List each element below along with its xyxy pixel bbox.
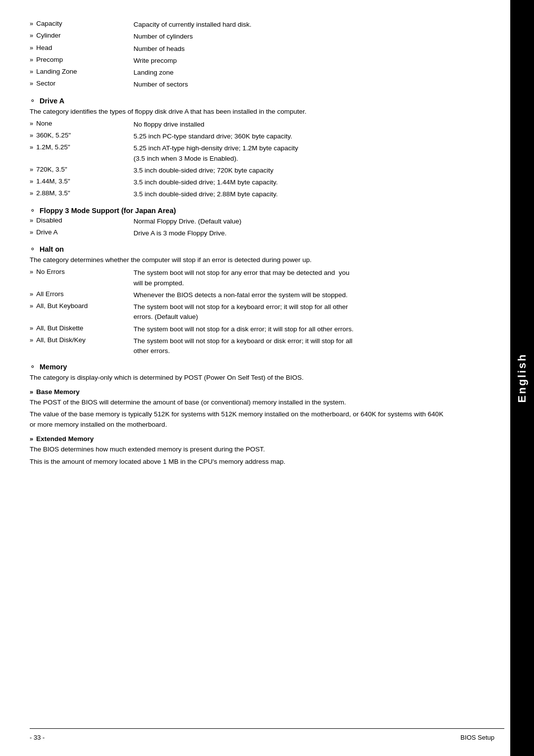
drive-a-desc: The category identifies the types of flo… — [30, 107, 450, 117]
item-value-none: No floppy drive installed — [134, 120, 490, 130]
arrow-icon: » — [30, 56, 33, 63]
list-item: » 720K, 3.5" 3.5 inch double-sided drive… — [30, 166, 490, 176]
item-key-head: » Head — [30, 44, 134, 51]
section-arrow-icon: ⚬ — [30, 363, 36, 371]
item-key-capacity: » Capacity — [30, 20, 134, 27]
item-value-all-but-diskkey: The system boot will not stop for a keyb… — [134, 336, 490, 356]
arrow-icon: » — [30, 80, 33, 87]
arrow-icon: » — [30, 435, 33, 443]
base-memory-title-row: » Base Memory — [30, 388, 490, 396]
base-memory-desc1: The POST of the BIOS will determine the … — [30, 398, 450, 408]
item-key-cylinder: » Cylinder — [30, 32, 134, 39]
list-item: » Sector Number of sectors — [30, 80, 490, 89]
item-value-all-but-diskette: The system boot will not stop for a disk… — [134, 324, 490, 334]
item-value-drive-a-opt: Drive A is 3 mode Floppy Drive. — [134, 228, 490, 238]
section-arrow-icon: ⚬ — [30, 97, 36, 105]
item-key-precomp: » Precomp — [30, 56, 134, 63]
item-value-12m: 5.25 inch AT-type high-density drive; 1.… — [134, 143, 490, 164]
footer-page-number: - 33 - — [30, 734, 44, 741]
arrow-icon: » — [30, 324, 33, 332]
item-value-landing-zone: Landing zone — [134, 68, 490, 78]
item-value-cylinder: Number of cylinders — [134, 32, 490, 42]
list-item: » None No floppy drive installed — [30, 120, 490, 130]
item-key-all-but-diskkey: » All, But Disk/Key — [30, 336, 134, 344]
list-item: » Disabled Normal Floppy Drive. (Default… — [30, 217, 490, 226]
item-key-144m: » 1.44M, 3.5" — [30, 178, 134, 185]
item-key-all-errors: » All Errors — [30, 290, 134, 298]
memory-section: ⚬ Memory The category is display-only wh… — [30, 363, 490, 467]
item-key-all-but-diskette: » All, But Diskette — [30, 324, 134, 332]
list-item: » 1.2M, 5.25" 5.25 inch AT-type high-den… — [30, 143, 490, 164]
item-value-capacity: Capacity of currently installed hard dis… — [134, 20, 490, 30]
extended-memory-subsection: » Extended Memory The BIOS determines ho… — [30, 435, 490, 467]
arrow-icon: » — [30, 336, 33, 344]
item-value-disabled: Normal Floppy Drive. (Default value) — [134, 217, 490, 226]
sidebar-label-text: English — [516, 353, 529, 402]
arrow-icon: » — [30, 20, 33, 27]
drive-a-title: Drive A — [40, 97, 64, 105]
arrow-icon: » — [30, 290, 33, 298]
drive-a-header: ⚬ Drive A — [30, 97, 490, 105]
halt-on-desc: The category determines whether the comp… — [30, 255, 450, 265]
item-value-all-but-keyboard: The system boot will not stop for a keyb… — [134, 302, 490, 322]
arrow-icon: » — [30, 132, 33, 139]
arrow-icon: » — [30, 189, 33, 197]
item-key-none: » None — [30, 120, 134, 127]
list-item: » All Errors Whenever the BIOS detects a… — [30, 290, 490, 300]
arrow-icon: » — [30, 120, 33, 127]
list-item: » Precomp Write precomp — [30, 56, 490, 66]
memory-desc: The category is display-only which is de… — [30, 373, 450, 383]
item-key-720k: » 720K, 3.5" — [30, 166, 134, 173]
item-value-no-errors: The system boot will not stop for any er… — [134, 268, 490, 288]
item-value-head: Number of heads — [134, 44, 490, 54]
item-key-288m: » 2.88M, 3.5" — [30, 189, 134, 197]
sidebar-english: English — [510, 0, 534, 756]
item-value-288m: 3.5 inch double-sided drive; 2.88M byte … — [134, 189, 490, 199]
item-value-360k: 5.25 inch PC-type standard drive; 360K b… — [134, 132, 490, 141]
base-memory-desc2: The value of the base memory is typicall… — [30, 409, 450, 430]
item-value-720k: 3.5 inch double-sided drive; 720K byte c… — [134, 166, 490, 176]
footer-divider — [30, 728, 504, 729]
drive-a-section: ⚬ Drive A The category identifies the ty… — [30, 97, 490, 200]
top-items-list: » Capacity Capacity of currently install… — [30, 20, 490, 90]
extended-memory-desc2: This is the amount of memory located abo… — [30, 457, 450, 467]
section-arrow-icon: ⚬ — [30, 245, 36, 253]
page: English » Capacity Capacity of currently… — [0, 0, 534, 756]
footer-label: BIOS Setup — [460, 734, 494, 741]
arrow-icon: » — [30, 143, 33, 151]
base-memory-subsection: » Base Memory The POST of the BIOS will … — [30, 388, 490, 431]
extended-memory-desc1: The BIOS determines how much extended me… — [30, 445, 450, 455]
list-item: » 1.44M, 3.5" 3.5 inch double-sided driv… — [30, 178, 490, 187]
item-key-drive-a-opt: » Drive A — [30, 228, 134, 236]
item-value-144m: 3.5 inch double-sided drive; 1.44M byte … — [134, 178, 490, 187]
item-value-all-errors: Whenever the BIOS detects a non-fatal er… — [134, 290, 490, 300]
item-key-disabled: » Disabled — [30, 217, 134, 224]
arrow-icon: » — [30, 68, 33, 75]
item-key-12m: » 1.2M, 5.25" — [30, 143, 134, 151]
list-item: » Landing Zone Landing zone — [30, 68, 490, 78]
list-item: » All, But Disk/Key The system boot will… — [30, 336, 490, 356]
arrow-icon: » — [30, 268, 33, 275]
list-item: » 360K, 5.25" 5.25 inch PC-type standard… — [30, 132, 490, 141]
extended-memory-title: Extended Memory — [36, 435, 93, 443]
item-value-precomp: Write precomp — [134, 56, 490, 66]
list-item: » Drive A Drive A is 3 mode Floppy Drive… — [30, 228, 490, 238]
item-key-sector: » Sector — [30, 80, 134, 87]
floppy3-header: ⚬ Floppy 3 Mode Support (for Japan Area) — [30, 207, 490, 215]
arrow-icon: » — [30, 166, 33, 173]
list-item: » Head Number of heads — [30, 44, 490, 54]
section-arrow-icon: ⚬ — [30, 207, 36, 215]
item-key-no-errors: » No Errors — [30, 268, 134, 275]
item-key-all-but-keyboard: » All, But Keyboard — [30, 302, 134, 310]
floppy3-section: ⚬ Floppy 3 Mode Support (for Japan Area)… — [30, 207, 490, 239]
arrow-icon: » — [30, 388, 33, 396]
extended-memory-title-row: » Extended Memory — [30, 435, 490, 443]
arrow-icon: » — [30, 178, 33, 185]
memory-title: Memory — [40, 363, 67, 371]
arrow-icon: » — [30, 32, 33, 39]
halt-on-title: Halt on — [40, 245, 64, 253]
list-item: » Capacity Capacity of currently install… — [30, 20, 490, 30]
list-item: » No Errors The system boot will not sto… — [30, 268, 490, 288]
list-item: » 2.88M, 3.5" 3.5 inch double-sided driv… — [30, 189, 490, 199]
item-value-sector: Number of sectors — [134, 80, 490, 89]
